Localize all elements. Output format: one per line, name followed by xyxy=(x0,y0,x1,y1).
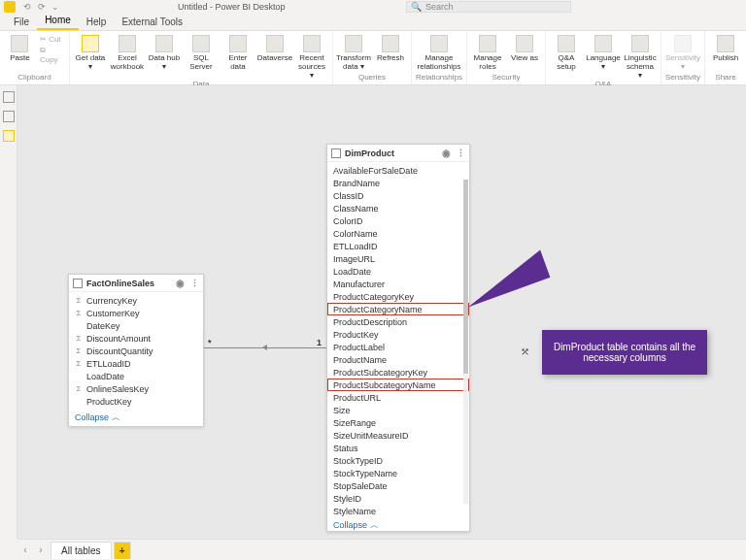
field-row[interactable]: ΣOnlineSalesKey xyxy=(69,382,203,395)
field-row[interactable]: StopSaleDate xyxy=(327,479,469,492)
roles-icon xyxy=(479,35,496,52)
field-name: Manufacturer xyxy=(333,280,385,289)
enter-button[interactable]: Enter data xyxy=(221,33,254,72)
card-scrollbar[interactable] xyxy=(463,180,468,504)
field-row[interactable]: ΣDiscountAmount xyxy=(69,332,203,345)
field-row[interactable]: BrandName xyxy=(327,177,469,189)
field-name: ProductDescription xyxy=(333,317,407,327)
field-name: ColorName xyxy=(333,229,378,239)
group-share: Publish Share xyxy=(705,31,746,84)
cardinality-many: * xyxy=(208,338,212,347)
quick-access-toolbar[interactable]: ⟲ ⟳ ⌄ xyxy=(23,2,61,12)
report-view-icon[interactable] xyxy=(3,91,15,103)
manage-icon xyxy=(430,35,448,52)
transform-button[interactable]: Transform data ▾ xyxy=(337,33,370,72)
field-row[interactable]: ΣCustomerKey xyxy=(69,307,203,319)
field-row[interactable]: ProductSubcategoryName xyxy=(327,379,469,391)
refresh-button[interactable]: Refresh xyxy=(374,33,407,63)
tab-home[interactable]: Home xyxy=(37,12,79,30)
field-name: CustomerKey xyxy=(86,309,140,318)
field-row[interactable]: Status xyxy=(327,442,469,454)
table-more-icon[interactable]: ⋮ xyxy=(190,279,199,288)
field-row[interactable]: StockTypeID xyxy=(327,454,469,467)
field-row[interactable]: ColorID xyxy=(327,214,469,227)
field-row[interactable]: StyleID xyxy=(327,492,469,505)
field-row[interactable]: SizeUnitMeasureID xyxy=(327,429,469,442)
search-box[interactable]: 🔍 Search xyxy=(406,1,571,13)
diagram-tab-all-tables[interactable]: All tables xyxy=(51,542,112,559)
table-dim-product[interactable]: DimProduct ◉ ⋮ AvailableForSaleDateBrand… xyxy=(326,144,470,532)
field-row[interactable]: ProductCategoryKey xyxy=(327,290,469,303)
field-name: StockTypeName xyxy=(333,469,397,478)
field-row[interactable]: StockTypeName xyxy=(327,467,469,479)
field-row[interactable]: ETLLoadID xyxy=(327,240,469,252)
field-row[interactable]: StyleName xyxy=(327,505,469,517)
cardinality-one: 1 xyxy=(317,338,322,347)
field-row[interactable]: ProductSubcategoryKey xyxy=(327,366,469,379)
collapse-link[interactable]: Collapse ︿ xyxy=(327,517,469,534)
tabs-next-icon[interactable]: › xyxy=(33,544,49,555)
tab-file[interactable]: File xyxy=(6,14,37,30)
lang-button[interactable]: Language ▾ xyxy=(587,33,620,72)
enter-icon xyxy=(229,35,247,52)
sens-button[interactable]: Sensitivity ▾ xyxy=(666,33,699,72)
add-diagram-tab-button[interactable]: + xyxy=(114,542,131,559)
sql-button[interactable]: SQL Server xyxy=(185,33,218,72)
field-row[interactable]: ΣCurrencyKey xyxy=(69,294,203,307)
field-row[interactable]: ProductCategoryName xyxy=(327,303,469,315)
get-button[interactable]: Get data ▾ xyxy=(74,33,107,72)
tabs-prev-icon[interactable]: ‹ xyxy=(17,544,33,555)
excel-button[interactable]: Excel workbook xyxy=(111,33,144,72)
model-view-icon[interactable] xyxy=(3,130,15,142)
collapse-link[interactable]: Collapse ︿ xyxy=(69,410,203,426)
annotation-callout: DimProduct table contains all the necess… xyxy=(542,330,707,375)
table-more-icon[interactable]: ⋮ xyxy=(457,148,465,158)
sql-icon xyxy=(192,35,210,52)
dv-button[interactable]: Dataverse xyxy=(258,33,291,63)
roles-button[interactable]: Manage roles xyxy=(471,33,504,72)
hub-button[interactable]: Data hub ▾ xyxy=(148,33,181,72)
viewas-button[interactable]: View as xyxy=(508,33,541,63)
group-label: Share xyxy=(715,73,735,82)
field-row[interactable]: ΣDiscountQuantity xyxy=(69,345,203,357)
tab-help[interactable]: Help xyxy=(79,14,115,30)
field-row[interactable]: ProductKey xyxy=(69,395,203,408)
field-row[interactable]: LoadDate xyxy=(327,265,469,278)
field-row[interactable]: Manufacturer xyxy=(327,278,469,290)
field-row[interactable]: ProductKey xyxy=(327,328,469,341)
visibility-icon[interactable]: ◉ xyxy=(442,148,451,158)
filter-direction-icon xyxy=(262,345,267,350)
field-row[interactable]: DateKey xyxy=(69,319,203,332)
recent-button[interactable]: Recent sources ▾ xyxy=(295,33,328,80)
data-view-icon[interactable] xyxy=(3,111,15,122)
copy-button[interactable]: ⧉ Copy xyxy=(40,46,65,64)
table-fact-online-sales[interactable]: FactOnlineSales ◉ ⋮ ΣCurrencyKeyΣCustome… xyxy=(68,274,204,427)
field-row[interactable]: ΣETLLoadID xyxy=(69,357,203,370)
button-label: Manage relationships xyxy=(418,54,461,72)
paste-button[interactable]: Paste xyxy=(4,33,36,63)
field-row[interactable]: ClassID xyxy=(327,189,469,202)
field-row[interactable]: ColorName xyxy=(327,227,469,240)
field-row[interactable]: ProductLabel xyxy=(327,341,469,353)
ling-button[interactable]: Linguistic schema ▾ xyxy=(624,33,657,80)
field-row[interactable]: LoadDate xyxy=(69,370,203,382)
model-canvas[interactable]: FactOnlineSales ◉ ⋮ ΣCurrencyKeyΣCustome… xyxy=(17,85,746,539)
button-label: Sensitivity ▾ xyxy=(665,54,700,72)
field-row[interactable]: ClassName xyxy=(327,202,469,214)
pub-button[interactable]: Publish xyxy=(709,33,742,63)
field-row[interactable]: Size xyxy=(327,404,469,416)
field-name: AvailableForSaleDate xyxy=(333,166,418,176)
field-row[interactable]: AvailableForSaleDate xyxy=(327,164,469,177)
field-row[interactable]: ImageURL xyxy=(327,252,469,265)
manage-button[interactable]: Manage relationships xyxy=(423,33,456,72)
group-clipboard: Paste ✂ Cut ⧉ Copy Clipboard xyxy=(0,31,70,84)
field-row[interactable]: SizeRange xyxy=(327,416,469,429)
cut-button[interactable]: ✂ Cut xyxy=(40,35,65,44)
field-row[interactable]: ProductName xyxy=(327,353,469,366)
qasetup-button[interactable]: Q&A setup xyxy=(550,33,583,72)
field-row[interactable]: ProductURL xyxy=(327,391,469,404)
visibility-icon[interactable]: ◉ xyxy=(176,278,185,288)
field-row[interactable]: ProductDescription xyxy=(327,315,469,328)
tab-external-tools[interactable]: External Tools xyxy=(114,14,190,30)
cursor-icon: ⤱ xyxy=(521,346,529,358)
